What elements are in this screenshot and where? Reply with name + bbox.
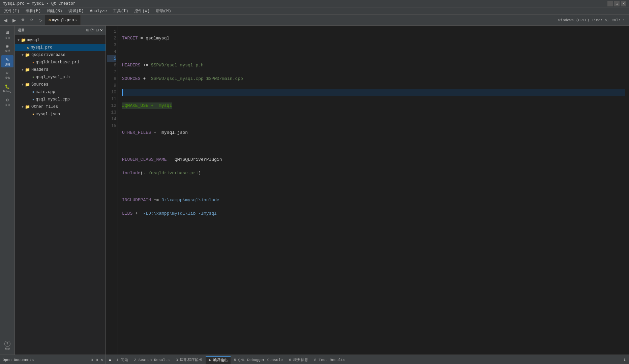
sidebar-icon-search[interactable]: ⌕ 搜索	[1, 69, 13, 81]
sidebar-icon-edit[interactable]: ✎ 编辑	[1, 55, 13, 67]
bottom-panel-expand[interactable]: ▲	[109, 357, 111, 363]
open-docs-close[interactable]: ✕	[100, 358, 103, 362]
tree-item-headers[interactable]: ▼ 📁 Headers	[15, 66, 106, 73]
minimize-button[interactable]: —	[607, 1, 613, 6]
sidebar-icon-project[interactable]: ⊞ 项目	[1, 28, 13, 40]
tab-search-results[interactable]: 2 Search Results	[131, 356, 173, 364]
tree-item-mysql-pro[interactable]: ⚙ mysql.pro	[15, 44, 106, 51]
tab-app-output[interactable]: 3 应用程序输出	[173, 356, 205, 364]
tree-item-mysql-json[interactable]: ◾ mysql.json	[15, 111, 106, 118]
active-tab[interactable]: ⚙ mysql.pro ✕	[45, 15, 81, 25]
tab-test-results[interactable]: 8 Test Results	[311, 356, 348, 364]
run-btn[interactable]: ▷	[36, 16, 44, 24]
tree-item-mysql[interactable]: ▼ 📁 mysql	[15, 36, 106, 44]
build-btn[interactable]: ⚒	[19, 16, 27, 24]
titlebar-controls: — □ ✕	[607, 1, 626, 6]
tree-item-main-cpp[interactable]: ◾ main.cpp	[15, 88, 106, 96]
file-tree-panel: 项目 ⊞ ⟳ ⊟ ✕ ▼ 📁 mysql ⚙ mysql.pro ▼ 📁 qsq…	[15, 26, 106, 355]
bottom-tabs: ▲ 1 问题 2 Search Results 3 应用程序输出 4 编译输出 …	[106, 355, 629, 364]
file-tree-content: ▼ 📁 mysql ⚙ mysql.pro ▼ 📁 qsqldriverbase…	[15, 35, 106, 355]
sidebar-icons: ⊞ 项目 ◉ 发现 ✎ 编辑 ⌕ 搜索 🐛 Debug ⚙ 项目 ? 帮助	[0, 26, 15, 355]
tab-summary[interactable]: 6 概要信息	[286, 356, 311, 364]
titlebar: mysql.pro — mysql - Qt Creator — □ ✕	[0, 0, 629, 7]
titlebar-title: mysql.pro — mysql - Qt Creator	[3, 1, 76, 6]
open-docs-menu[interactable]: ⊟	[91, 358, 93, 362]
code-lines[interactable]: TARGET = qsqlmysql HEADERS += $$PWD/qsql…	[118, 26, 629, 355]
close-panel-button[interactable]: ✕	[100, 27, 103, 33]
menu-help[interactable]: 帮助(H)	[153, 7, 174, 14]
sidebar-icon-help[interactable]: ? 帮助	[1, 340, 13, 352]
toolbar: ◀ ▶ ⚒ ⟳ ▷ ⚙ mysql.pro ✕ Windows (CRLF) L…	[0, 15, 629, 26]
line-numbers: 1234 5 6789 10111213 1415	[106, 26, 118, 355]
open-docs-header: Open Documents ⊟ ⊞ ✕	[0, 355, 106, 364]
file-tree-title: 项目	[18, 28, 25, 33]
tree-item-qsqldriverbase-pri[interactable]: ◾ qsqldriverbase.pri	[15, 59, 106, 66]
menu-tools[interactable]: 工具(T)	[110, 7, 131, 14]
tree-item-qsql-mysql-cpp[interactable]: ◾ qsql_mysql.cpp	[15, 96, 106, 103]
bottom-panel: Open Documents ⊟ ⊞ ✕ main.cpp mysql.pro …	[0, 355, 629, 364]
menu-file[interactable]: 文件(F)	[1, 7, 22, 14]
open-docs-title: Open Documents	[3, 358, 34, 362]
collapse-all-button[interactable]: ⊟	[96, 27, 98, 33]
sidebar-icon-debug[interactable]: 🐛 Debug	[1, 82, 13, 94]
nav-back-button[interactable]: ◀	[1, 16, 9, 24]
menu-analyze[interactable]: Analyze	[87, 8, 109, 14]
code-content[interactable]: 1234 5 6789 10111213 1415 TARGET = qsqlm…	[106, 26, 629, 355]
tab-close-button[interactable]: ✕	[75, 18, 77, 22]
tree-item-qsqldriverbase[interactable]: ▼ 📁 qsqldriverbase	[15, 51, 106, 59]
close-button[interactable]: ✕	[621, 1, 626, 6]
tree-item-qsql-mysql-p-h[interactable]: ◾ qsql_mysql_p.h	[15, 73, 106, 81]
status-right: Windows (CRLF) Line: 5, Col: 1	[556, 18, 628, 22]
open-docs-expand[interactable]: ⊞	[96, 358, 98, 362]
bottom-panel-down-arrow[interactable]: ⬇	[624, 357, 626, 363]
tree-item-sources[interactable]: ▼ 📁 Sources	[15, 81, 106, 88]
tree-item-other-files[interactable]: ▼ 📁 Other files	[15, 103, 106, 111]
menubar: 文件(F) 编辑(E) 构建(B) 调试(D) Analyze 工具(T) 控件…	[0, 7, 629, 15]
tab-bar: ⚙ mysql.pro ✕	[45, 15, 555, 25]
tab-problems[interactable]: 1 问题	[113, 356, 130, 364]
sidebar-icon-discover[interactable]: ◉ 发现	[1, 42, 13, 54]
open-docs-panel: Open Documents ⊟ ⊞ ✕ main.cpp mysql.pro …	[0, 355, 106, 364]
nav-forward-button[interactable]: ▶	[10, 16, 18, 24]
code-editor: 1234 5 6789 10111213 1415 TARGET = qsqlm…	[106, 26, 629, 355]
filter-button[interactable]: ⊞	[86, 27, 89, 33]
tab-qml-debugger[interactable]: 5 QML Debugger Console	[231, 356, 286, 364]
menu-debug[interactable]: 调试(D)	[66, 7, 87, 14]
sync-button[interactable]: ⟳	[90, 27, 94, 33]
tab-compile-output[interactable]: 4 编译输出	[206, 356, 230, 364]
menu-widget[interactable]: 控件(W)	[131, 7, 152, 14]
menu-edit[interactable]: 编辑(E)	[23, 7, 44, 14]
sidebar-icon-settings[interactable]: ⚙ 项目	[1, 96, 13, 108]
main-layout: ⊞ 项目 ◉ 发现 ✎ 编辑 ⌕ 搜索 🐛 Debug ⚙ 项目 ? 帮助	[0, 26, 629, 355]
debug-btn[interactable]: ⟳	[28, 16, 36, 24]
bottom-main: ▲ 1 问题 2 Search Results 3 应用程序输出 4 编译输出 …	[106, 355, 629, 364]
menu-build[interactable]: 构建(B)	[44, 7, 65, 14]
file-tree-header: 项目 ⊞ ⟳ ⊟ ✕	[15, 26, 106, 35]
maximize-button[interactable]: □	[614, 1, 620, 6]
active-tab-label: mysql.pro	[52, 18, 74, 23]
